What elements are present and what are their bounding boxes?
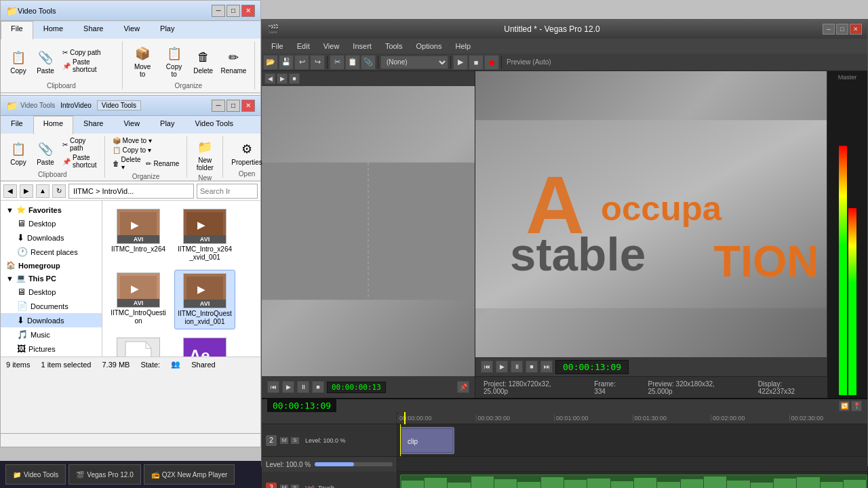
vt-paste-btn[interactable]: 📎 [361,55,376,70]
preview-mode-select[interactable]: (None) [380,56,448,69]
explorer-back-tab-view[interactable]: View [113,21,150,39]
track1-solo[interactable]: S [290,436,300,445]
audio-clip[interactable] [400,474,867,488]
explorer-front-minimize[interactable]: ─ [212,100,225,112]
ef-tab-view[interactable]: View [113,116,150,134]
thispc-music[interactable]: 🎵 Music [1,327,102,342]
thispc-header[interactable]: ▼ 💻 This PC [1,272,102,285]
ef-tab-play[interactable]: Play [150,116,184,134]
ef-pasteshortcut-btn[interactable]: 📌 Paste shortcut [60,153,99,169]
paste-shortcut-button[interactable]: 📌 Paste shortcut [60,58,117,74]
vt-stop-btn[interactable]: ■ [469,55,484,70]
paste-button[interactable]: 📎 Paste [33,47,58,76]
ef-breadcrumb[interactable]: IITMC > IntroVid... [68,184,194,199]
ef-back-btn[interactable]: ◀ [3,184,17,198]
vegas-menu-view[interactable]: View [317,41,347,52]
main-prev[interactable]: ⏮ [481,361,493,373]
video-clip[interactable]: clip [400,427,454,454]
copy-path-button[interactable]: ✂ Copy path [60,48,117,57]
explorer-back-tab-play[interactable]: Play [150,21,184,39]
explorer-back-tab-file[interactable]: File [1,21,33,39]
explorer-back-close-btn[interactable]: ✕ [241,5,255,17]
explorer-front-close[interactable]: ✕ [241,100,255,112]
ef-rename-btn[interactable]: ✏ Rename [144,155,181,171]
transport-rewind[interactable]: ⏮ [267,381,279,393]
file-item-2[interactable]: ▶ AVI IITMC_IntroQuestion [108,270,169,329]
main-stop[interactable]: ■ [526,361,538,373]
prev-toolbar-btn2[interactable]: ▶ [277,73,288,84]
explorer-back-tab-share[interactable]: Share [73,21,113,39]
vegas-menu-options[interactable]: Options [410,41,449,52]
thispc-downloads[interactable]: ⬇ Downloads [1,313,102,327]
vegas-menu-help[interactable]: Help [448,41,477,52]
explorer-back-minimize-btn[interactable]: ─ [212,5,225,17]
ef-forward-btn[interactable]: ▶ [20,184,33,198]
transport-stop[interactable]: ■ [312,381,324,393]
ef-tab-home[interactable]: Home [33,116,73,134]
taskbar-item-player[interactable]: 📻 Q2X New Amp Player [144,464,235,485]
ef-delete-btn[interactable]: 🗑 Delete ▾ [111,155,143,171]
rename-button[interactable]: ✏ Rename [218,47,249,76]
track1-mute[interactable]: M [279,436,289,445]
prev-toolbar-btn3[interactable]: ■ [289,73,300,84]
vt-redo-btn[interactable]: ↪ [310,55,325,70]
ef-tab-videotools[interactable]: Video Tools [185,116,243,134]
track2-mute[interactable]: M [279,484,289,489]
ef-search-input[interactable] [197,184,258,199]
tl-loop-btn[interactable]: 🔁 [839,401,850,411]
vegas-menu-tools[interactable]: Tools [378,41,410,52]
taskbar-item-explorer-back[interactable]: 📁 Video Tools [5,464,66,485]
explorer-back-maximize-btn[interactable]: □ [226,5,240,17]
vegas-menu-file[interactable]: File [264,41,290,52]
ef-copy-btn[interactable]: 📋 Copy [6,138,31,167]
sidebar-desktop[interactable]: 🖥 Desktop [1,216,102,230]
ef-copypath-btn[interactable]: ✂ Copy path [60,136,99,152]
vt-cut-btn[interactable]: ✂ [330,55,344,70]
vegas-maximize-btn[interactable]: □ [836,24,848,35]
file-item-5[interactable]: Ae AEP into2 [174,335,235,357]
track2-solo[interactable]: S [290,484,300,489]
transport-pause[interactable]: ⏸ [297,381,309,393]
homegroup-header[interactable]: 🏠 Homegroup [1,259,102,272]
main-play[interactable]: ▶ [496,361,508,373]
explorer-back-tab-home[interactable]: Home [33,21,73,39]
vt-copy-btn[interactable]: 📋 [345,55,360,70]
ef-copyto-btn[interactable]: 📋 Copy to ▾ [111,146,182,155]
file-item-3[interactable]: ▶ AVI IITMC_IntroQuestion_xvid_001 [174,270,235,329]
ef-up-btn[interactable]: ▲ [36,184,50,198]
ef-refresh-btn[interactable]: ↻ [52,184,66,198]
thispc-desktop[interactable]: 🖥 Desktop [1,285,102,299]
vt-save-btn[interactable]: 💾 [279,55,294,70]
vegas-close-btn[interactable]: ✕ [850,24,862,35]
vegas-minimize-btn[interactable]: ─ [823,24,835,35]
vt-play-btn[interactable]: ▶ [453,55,468,70]
transport-record-in[interactable]: 📌 [457,381,469,393]
favorites-header[interactable]: ▼ ⭐ Favorites [1,203,102,216]
vt-record-btn[interactable]: ⏺ [484,55,499,70]
thispc-pictures[interactable]: 🖼 Pictures [1,342,102,356]
vt-undo-btn[interactable]: ↩ [294,55,309,70]
vt-open-btn[interactable]: 📂 [263,55,278,70]
ef-moveto-btn[interactable]: 📦 Move to ▾ [111,136,182,145]
sidebar-recent[interactable]: 🕐 Recent places [1,245,102,259]
file-item-1[interactable]: ▶ AVI IITMC_Intro_x264_xvid_001 [174,206,235,264]
copy-button[interactable]: 📋 Copy [6,47,31,76]
explorer-front-maximize[interactable]: □ [226,100,240,112]
file-item-0[interactable]: ▶ AVI IITMC_Intro_x264 [108,206,169,264]
copy-to-button[interactable]: 📋 Copy to [160,43,189,79]
file-item-4[interactable]: IITMC_IntroQuestion_xvid_001.avi.s fk [108,335,169,357]
ef-tab-file[interactable]: File [1,116,33,134]
move-to-button[interactable]: 📦 Move to [128,43,157,79]
main-pause[interactable]: ⏸ [511,361,523,373]
level-slider[interactable] [315,462,393,466]
ef-tab-share[interactable]: Share [73,116,113,134]
vegas-menu-insert[interactable]: Insert [346,41,378,52]
main-end[interactable]: ⏭ [540,361,553,373]
ef-properties-btn[interactable]: ⚙ Properties [229,138,265,167]
transport-play[interactable]: ▶ [282,381,294,393]
vegas-menu-edit[interactable]: Edit [290,41,317,52]
thispc-docs[interactable]: 📄 Documents [1,299,102,313]
taskbar-item-vegas[interactable]: 🎬 Vegas Pro 12.0 [68,464,140,485]
sidebar-downloads[interactable]: ⬇ Downloads [1,230,102,245]
prev-toolbar-btn1[interactable]: ◀ [264,73,275,84]
